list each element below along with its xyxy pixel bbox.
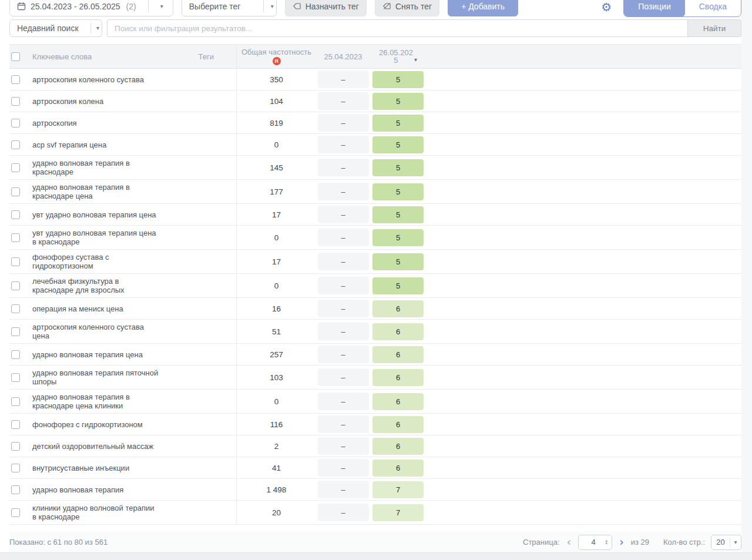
row-checkbox[interactable] — [11, 281, 20, 290]
header-frequency-cell[interactable]: Общая частотность Я — [237, 48, 316, 65]
position-empty-chip: – — [318, 114, 369, 132]
row-checkbox[interactable] — [11, 373, 20, 382]
yandex-icon: Я — [273, 57, 281, 65]
row-checkbox[interactable] — [11, 464, 20, 472]
position-badge[interactable]: 5 — [372, 253, 424, 270]
row-checkbox[interactable] — [11, 485, 20, 494]
tab-summary-label: Сводка — [699, 2, 727, 11]
shown-range-text: Показано: с 61 по 80 из 561 — [9, 538, 108, 546]
row-checkbox[interactable] — [11, 327, 20, 336]
frequency-cell: 2 — [237, 435, 316, 457]
frequency-value: 116 — [270, 420, 283, 429]
tag-filter-select[interactable]: Выберите тег ▾ — [182, 0, 277, 16]
position-badge[interactable]: 5 — [372, 206, 424, 223]
row-checkbox[interactable] — [11, 442, 20, 451]
position-empty-chip: – — [318, 368, 369, 386]
keyword-text: внутрисуставные инъекции — [32, 464, 129, 472]
table-row: артроскопия коленного сустава цена 51 – … — [9, 320, 741, 344]
date1-cell: – — [316, 226, 370, 249]
position-badge[interactable]: 5 — [372, 71, 424, 88]
add-keywords-label: + Добавить — [461, 2, 505, 11]
position-badge[interactable]: 6 — [372, 346, 424, 363]
find-button[interactable]: Найти — [687, 19, 741, 37]
row-checkbox[interactable] — [11, 233, 20, 242]
position-badge[interactable]: 5 — [372, 159, 424, 176]
position-badge[interactable]: 6 — [372, 460, 424, 477]
date2-cell: 5 — [370, 134, 426, 155]
row-checkbox[interactable] — [11, 75, 20, 84]
date1-cell: – — [316, 390, 370, 413]
tab-positions[interactable]: Позиции — [624, 0, 685, 16]
frequency-cell: 350 — [237, 69, 316, 90]
position-badge[interactable]: 6 — [372, 393, 424, 410]
position-badge[interactable]: 6 — [372, 438, 424, 455]
position-badge[interactable]: 5 — [372, 93, 424, 110]
row-checkbox[interactable] — [11, 210, 20, 219]
frequency-cell: 104 — [237, 90, 316, 112]
date2-cell: 6 — [370, 414, 426, 435]
header-tags-label: Теги — [199, 52, 214, 61]
row-checkbox[interactable] — [11, 97, 20, 106]
date2-cell: 7 — [370, 501, 426, 524]
date-range-count: (2) — [126, 2, 136, 11]
position-badge[interactable]: 5 — [372, 115, 424, 132]
position-empty-chip: – — [318, 481, 369, 498]
position-badge[interactable]: 6 — [372, 369, 424, 386]
next-page-icon[interactable]: › — [618, 536, 625, 548]
date1-cell: – — [316, 112, 370, 133]
prev-page-icon[interactable]: ‹ — [566, 536, 573, 548]
position-badge[interactable]: 6 — [372, 416, 424, 433]
position-empty-chip: – — [318, 206, 369, 223]
header-date2-cell[interactable]: 26.05.2025 ▾ — [370, 49, 426, 64]
spinner-icon[interactable]: ▲▼ — [605, 539, 608, 545]
row-checkbox[interactable] — [11, 163, 20, 172]
header-date1-cell[interactable]: 25.04.2023 — [316, 52, 370, 61]
position-empty-chip: – — [318, 92, 369, 110]
row-checkbox[interactable] — [11, 304, 20, 313]
frequency-cell: 17 — [237, 204, 316, 225]
row-checkbox[interactable] — [11, 119, 20, 128]
position-badge[interactable]: 7 — [372, 504, 424, 521]
position-badge[interactable]: 6 — [372, 323, 424, 340]
position-badge[interactable]: 5 — [372, 183, 424, 200]
assign-tag-button[interactable]: Назначить тег — [285, 0, 367, 16]
table-row: артроскопия коленного сустава 350 – 5 — [9, 69, 741, 90]
position-empty-chip: – — [318, 504, 369, 521]
gear-icon[interactable]: ⚙ — [601, 0, 612, 13]
keyword-cell: артроскопия — [9, 112, 237, 133]
position-badge[interactable]: 5 — [372, 277, 424, 294]
recent-search-select[interactable]: Недавний поиск ▾ — [9, 19, 102, 37]
per-page-value: 20 — [711, 538, 730, 547]
keyword-cell: артроскопия коленного сустава — [9, 69, 237, 90]
frequency-value: 16 — [272, 304, 281, 313]
keyword-text: ударно волновая терапия пяточной шпоры — [32, 368, 159, 386]
row-checkbox[interactable] — [11, 187, 20, 196]
row-checkbox[interactable] — [11, 350, 20, 359]
position-badge[interactable]: 5 — [372, 229, 424, 246]
view-tab-group: Позиции Сводка — [623, 0, 741, 17]
table-row: ударно волновая терапия 1 498 – 7 — [9, 479, 741, 501]
date1-cell: – — [316, 90, 370, 112]
per-page-select[interactable]: 20 ▾ — [711, 535, 741, 550]
select-all-checkbox[interactable] — [11, 52, 20, 61]
keyword-text: детский оздоровительный массаж — [32, 442, 153, 451]
position-badge[interactable]: 5 — [372, 136, 424, 153]
row-checkbox[interactable] — [11, 257, 20, 266]
row-checkbox[interactable] — [11, 397, 20, 406]
frequency-cell: 17 — [237, 250, 316, 273]
remove-tag-button[interactable]: Снять тег — [375, 0, 439, 16]
tab-summary[interactable]: Сводка — [685, 0, 741, 16]
date2-cell: 5 — [370, 250, 426, 273]
row-checkbox[interactable] — [11, 508, 20, 517]
table-row: лечебная физкультура в краснодаре для вз… — [9, 274, 741, 298]
search-input[interactable] — [107, 19, 688, 37]
row-checkbox[interactable] — [11, 420, 20, 429]
date-range-button[interactable]: 25.04.2023 - 26.05.2025 (2) ▾ — [9, 0, 173, 16]
position-badge[interactable]: 7 — [372, 481, 424, 498]
keyword-text: артроскопия — [32, 119, 77, 128]
frequency-cell: 103 — [237, 365, 316, 389]
add-keywords-button[interactable]: + Добавить — [448, 0, 518, 16]
page-number-input[interactable]: 4 ▲▼ — [578, 535, 612, 550]
row-checkbox[interactable] — [11, 140, 20, 149]
position-badge[interactable]: 6 — [372, 300, 424, 317]
